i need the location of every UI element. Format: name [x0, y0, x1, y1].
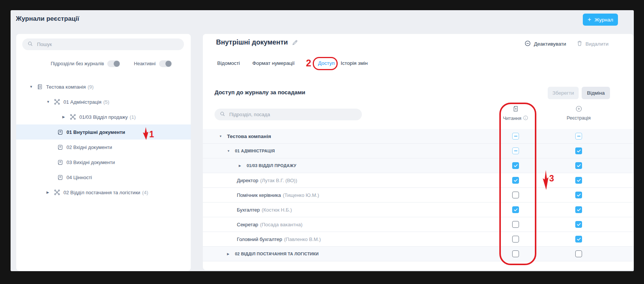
row-label: 01 АДМІНІСТРАЦІЯ — [235, 149, 275, 153]
department-icon — [54, 99, 60, 105]
column-header-reading: Читання — [497, 106, 534, 121]
access-row-group[interactable]: ▶02 ВІДДІЛ ПОСТАЧАННЯ ТА ЛОГІСТИКИ — [203, 247, 633, 261]
pencil-icon[interactable] — [292, 40, 298, 46]
tree-item-label: 01 Адміністрація — [63, 99, 102, 105]
add-journal-label: Журнал — [595, 17, 613, 23]
tree-item[interactable]: ▼01 Адміністрація(5) — [16, 94, 191, 109]
tree-item-selected[interactable]: 01 Внутрішні документи — [16, 124, 191, 140]
row-label: Директор — [237, 178, 258, 183]
tab-idx0[interactable]: Відомості — [217, 60, 240, 66]
position-search[interactable] — [215, 109, 362, 120]
access-row-position: Директор(Лутак В.Г. (ВО)) — [203, 173, 633, 188]
row-detail: (Посада вакантна) — [260, 222, 303, 227]
checkbox-indeterminate[interactable] — [575, 133, 582, 140]
tree-item-count: (5) — [103, 99, 110, 105]
chevron-down-icon[interactable]: ▼ — [46, 100, 51, 104]
tree-item-count: (4) — [142, 190, 148, 195]
delete-button[interactable]: Видалити — [577, 40, 608, 48]
row-detail: (Лутак В.Г. (ВО)) — [260, 178, 297, 183]
row-label: Головний бухгалтер — [237, 236, 282, 242]
row-label: Тестова компанія — [227, 134, 271, 139]
tab-idx1[interactable]: Формат нумерації — [252, 60, 295, 66]
checkbox-indeterminate[interactable] — [512, 133, 519, 140]
toggle-switch[interactable] — [159, 60, 172, 67]
tree-item[interactable]: 04 Цінності — [16, 170, 191, 185]
checkbox-indeterminate[interactable] — [512, 147, 519, 154]
tree-item-label: 03 Вихідні документи — [66, 160, 115, 165]
journal-actions: ДеактивуватиВидалити — [525, 40, 608, 48]
access-table: ▼Тестова компанія▼01 АДМІНІСТРАЦІЯ▶01/03… — [203, 129, 633, 261]
checkbox-unchecked[interactable] — [512, 221, 519, 228]
tree-item-label: 02 Вхідні документи — [66, 144, 112, 150]
checkbox-checked[interactable] — [575, 221, 582, 228]
tree-item-label: 01/03 Відділ продажу — [79, 114, 128, 120]
sidebar-search[interactable] — [22, 38, 184, 50]
checkbox-unchecked[interactable] — [575, 250, 582, 257]
journal-icon — [57, 144, 63, 150]
chevron-down-icon[interactable]: ▼ — [219, 135, 224, 138]
save-button[interactable]: Зберегти — [548, 87, 579, 99]
position-search-input[interactable] — [229, 111, 357, 118]
chevron-down-icon[interactable]: ▼ — [227, 149, 232, 153]
access-row-position: Головний бухгалтер(Павленко В.М.) — [203, 232, 633, 247]
access-row-group[interactable]: ▼01 АДМІНІСТРАЦІЯ — [203, 144, 633, 158]
screenshot-frame: Журнали реєстрації + Журнал Підрозділи б… — [0, 0, 644, 284]
chevron-down-icon[interactable]: ▼ — [29, 85, 34, 89]
row-label: Бухгалтер — [237, 207, 260, 213]
cancel-button[interactable]: Відміна — [582, 87, 610, 99]
tab-access[interactable]: Доступ — [318, 60, 335, 66]
filter-label: Неактивні — [134, 61, 156, 66]
checkbox-checked[interactable] — [512, 177, 519, 184]
toggle-knob — [114, 61, 120, 67]
checkbox-checked[interactable] — [575, 147, 582, 154]
info-icon[interactable] — [523, 115, 528, 121]
document-icon — [513, 106, 519, 114]
tree-item-label: Тестова компанія — [46, 84, 86, 90]
deactivate-button[interactable]: Деактивувати — [525, 40, 566, 48]
page-title: Журнали реєстрації — [16, 15, 79, 23]
checkbox-checked[interactable] — [575, 162, 582, 169]
checkbox-checked[interactable] — [575, 236, 582, 243]
action-label: Деактивувати — [534, 41, 566, 47]
access-section-title: Доступ до журналу за посадами — [215, 89, 305, 95]
column-label: Реєстрація — [567, 115, 591, 121]
checkbox-unchecked[interactable] — [512, 192, 519, 198]
add-journal-button[interactable]: + Журнал — [583, 14, 618, 26]
row-detail: (Павленко В.М.) — [284, 236, 321, 242]
journal-icon — [57, 129, 63, 135]
tree-item[interactable]: ▶01/03 Відділ продажу(1) — [16, 109, 191, 124]
tree-item-count: (9) — [88, 84, 94, 90]
access-row-group[interactable]: ▼Тестова компанія — [203, 129, 633, 144]
tree-item[interactable]: 02 Вхідні документи — [16, 140, 191, 155]
chevron-right-icon[interactable]: ▶ — [62, 115, 67, 119]
checkbox-unchecked[interactable] — [512, 236, 519, 243]
app-window: Журнали реєстрації + Журнал Підрозділи б… — [11, 10, 634, 271]
tree-item[interactable]: ▶02 Відділ постачання та логістики(4) — [16, 185, 191, 200]
checkbox-checked[interactable] — [512, 206, 519, 213]
chevron-right-icon[interactable]: ▶ — [227, 252, 232, 256]
access-row-group[interactable]: ▶01/03 ВІДДІЛ ПРОДАЖУ — [203, 158, 633, 173]
toggle-switch[interactable] — [107, 60, 120, 67]
department-icon — [54, 189, 60, 195]
tree-item[interactable]: ▼Тестова компанія(9) — [16, 79, 191, 94]
journal-icon — [57, 160, 63, 165]
chevron-right-icon[interactable]: ▶ — [239, 164, 243, 167]
checkbox-checked[interactable] — [575, 206, 582, 213]
column-header-registration: Реєстрація — [560, 106, 598, 121]
indeterminate-bar-icon — [577, 136, 581, 137]
tree-item[interactable]: 03 Вихідні документи — [16, 155, 191, 170]
indeterminate-bar-icon — [514, 150, 517, 151]
checkbox-unchecked[interactable] — [512, 250, 519, 257]
tree-item-label: 02 Відділ постачання та логістики — [63, 190, 140, 195]
checkbox-checked[interactable] — [575, 192, 582, 198]
sidebar-filters: Підрозділи без журналівНеактивні — [16, 60, 191, 67]
chevron-right-icon[interactable]: ▶ — [46, 190, 51, 194]
checkbox-checked[interactable] — [512, 162, 519, 169]
tree-item-count: (1) — [130, 114, 136, 120]
trash-icon — [577, 40, 582, 48]
minus-circle-icon — [525, 40, 531, 48]
tab-idx3[interactable]: Історія змін — [341, 60, 368, 66]
checkbox-checked[interactable] — [575, 177, 582, 184]
sidebar-panel: Підрозділи без журналівНеактивні ▼Тестов… — [16, 34, 191, 271]
sidebar-search-input[interactable] — [36, 41, 179, 48]
